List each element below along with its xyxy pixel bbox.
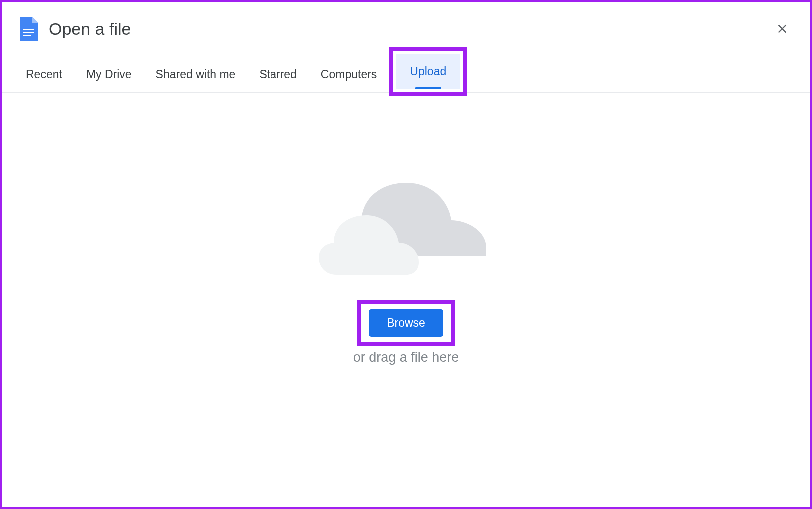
svg-rect-1	[23, 32, 34, 33]
tab-upload[interactable]: Upload	[396, 54, 460, 89]
docs-icon	[20, 17, 38, 41]
browse-button[interactable]: Browse	[369, 309, 443, 337]
close-icon	[775, 22, 789, 36]
tab-computers[interactable]: Computers	[309, 57, 389, 92]
tab-shared-with-me[interactable]: Shared with me	[144, 57, 248, 92]
dialog-title: Open a file	[49, 19, 770, 39]
drag-hint-text: or drag a file here	[353, 350, 459, 365]
tab-recent[interactable]: Recent	[14, 57, 74, 92]
cloud-illustration	[306, 168, 506, 277]
svg-rect-0	[23, 29, 34, 30]
close-button[interactable]	[770, 17, 794, 41]
tab-starred[interactable]: Starred	[247, 57, 308, 92]
svg-rect-2	[23, 35, 31, 36]
tab-bar: Recent My Drive Shared with me Starred C…	[2, 51, 810, 93]
annotation-highlight-upload: Upload	[389, 47, 467, 96]
annotation-highlight-browse: Browse	[357, 300, 455, 346]
dialog-header: Open a file	[2, 2, 810, 51]
upload-panel: Browse or drag a file here	[2, 93, 810, 365]
tab-my-drive[interactable]: My Drive	[74, 57, 144, 92]
